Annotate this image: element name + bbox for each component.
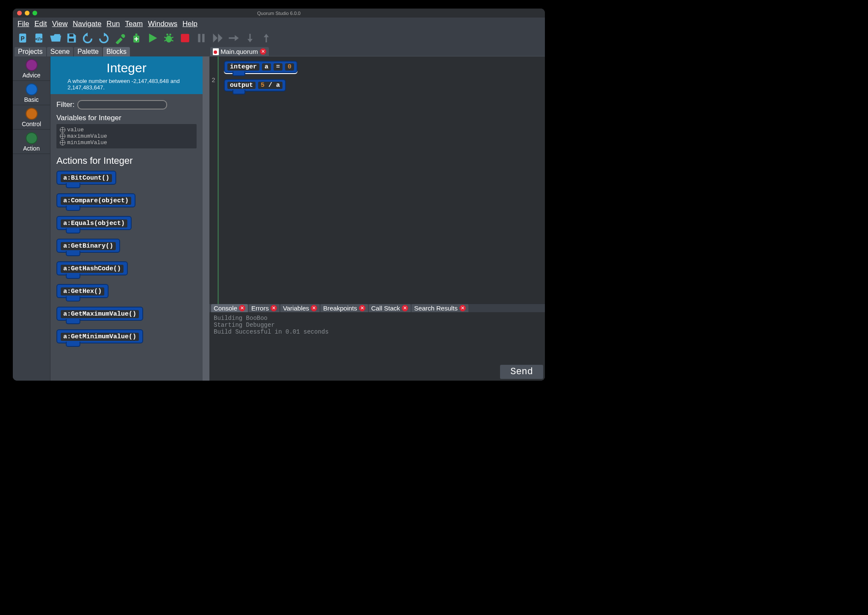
step-over-icon[interactable] [211,32,224,44]
close-icon[interactable]: ✕ [239,305,245,311]
palette-header: Integer A whole number between -2,147,48… [50,56,203,94]
bottom-tabs: Console✕ Errors✕ Variables✕ Breakpoints✕… [209,304,545,312]
variable-item[interactable]: maximumValue [60,133,193,139]
left-body: Advice Basic Control Action [13,56,209,381]
send-button[interactable]: Send [500,365,543,379]
close-tab-button[interactable]: ✕ [260,48,266,55]
save-icon[interactable] [65,32,78,44]
tab-console[interactable]: Console✕ [211,304,248,312]
code-block-output[interactable]: output 5 / a [224,79,286,92]
action-block[interactable]: a:Compare(object) [56,193,135,207]
variable-item[interactable]: minimumValue [60,139,193,146]
palette-title: Integer [59,61,194,75]
close-icon[interactable]: ✕ [402,305,408,311]
variable-name: value [67,127,84,133]
run-icon[interactable] [146,32,159,44]
category-label: Advice [14,72,49,79]
tab-blocks[interactable]: Blocks [103,47,130,56]
right-panel: Main.quorum ✕ 2 integer a = 0 [209,47,545,381]
editor-tab-main[interactable]: Main.quorum ✕ [210,47,269,56]
action-block[interactable]: a:GetMaximumValue() [56,307,143,321]
svg-rect-4 [69,38,74,41]
category-label: Action [14,145,49,152]
action-block[interactable]: a:GetHex() [56,284,109,298]
variables-heading: Variables for Integer [56,114,197,122]
action-label: a:GetBinary() [61,242,116,250]
editor-area[interactable]: 2 integer a = 0 output 5 / [209,56,545,304]
quorum-file-icon [213,48,219,55]
menu-navigate[interactable]: Navigate [71,19,103,29]
tab-projects[interactable]: Projects [15,47,46,56]
category-control[interactable]: Control [13,105,50,130]
menu-edit[interactable]: Edit [33,19,48,29]
open-icon[interactable] [49,32,62,44]
category-advice[interactable]: Advice [13,56,50,81]
build-icon[interactable] [114,32,127,44]
tab-callstack[interactable]: Call Stack✕ [369,304,411,312]
debug-icon[interactable] [162,32,175,44]
stop-icon[interactable] [179,32,191,44]
action-block[interactable]: a:GetHashCode() [56,261,128,275]
left-panel: Projects Scene Palette Blocks Advice Bas… [13,47,209,381]
tab-variables[interactable]: Variables✕ [280,304,320,312]
redo-icon[interactable] [97,32,110,44]
category-action[interactable]: Action [13,130,50,154]
editor-tabs: Main.quorum ✕ [209,47,545,56]
tab-scene[interactable]: Scene [47,47,73,56]
new-project-icon[interactable]: P [16,32,29,44]
step-out-icon[interactable] [244,32,256,44]
close-icon[interactable]: ✕ [359,305,365,311]
new-file-icon[interactable]: </> [32,32,45,44]
action-label: a:GetMaximumValue() [61,310,139,318]
category-label: Control [14,121,49,127]
action-label: a:BitCount() [61,174,112,182]
advice-color-icon [26,59,38,71]
svg-line-12 [165,40,167,41]
action-block[interactable]: a:GetMinimumValue() [56,329,143,343]
category-basic[interactable]: Basic [13,81,50,105]
action-label: a:GetHex() [61,287,104,296]
menu-run[interactable]: Run [105,19,121,29]
close-icon[interactable]: ✕ [271,305,277,311]
tab-label: Call Stack [371,305,400,312]
undo-icon[interactable] [81,32,94,44]
globe-icon [60,133,65,139]
close-icon[interactable]: ✕ [459,305,466,311]
svg-text:P: P [21,35,24,42]
filter-row: Filter: [56,100,197,109]
svg-rect-16 [181,34,189,42]
basic-color-icon [26,83,38,95]
action-block[interactable]: a:GetBinary() [56,239,120,253]
filter-input[interactable] [77,100,167,109]
menu-windows[interactable]: Windows [147,19,179,29]
code-canvas[interactable]: integer a = 0 output 5 / a [219,56,545,304]
tab-errors[interactable]: Errors✕ [249,304,280,312]
menu-file[interactable]: File [16,19,30,29]
step-into-icon[interactable] [227,32,240,44]
menu-view[interactable]: View [51,19,69,29]
close-icon[interactable]: ✕ [311,305,317,311]
action-block[interactable]: a:Equals(object) [56,216,132,230]
tab-label: Search Results [414,305,458,312]
globe-icon [60,127,65,133]
tab-label: Breakpoints [323,305,357,312]
svg-text:</>: </> [35,36,43,41]
code-block-declaration[interactable]: integer a = 0 [224,61,297,73]
actions-heading: Actions for Integer [56,155,197,166]
action-block[interactable]: a:BitCount() [56,171,116,185]
tab-breakpoints[interactable]: Breakpoints✕ [321,304,368,312]
variable-name: a [262,63,271,71]
palette-scrollbar[interactable] [203,56,209,381]
clean-icon[interactable]: + [130,32,143,44]
menu-team[interactable]: Team [124,19,144,29]
tab-search-results[interactable]: Search Results✕ [412,304,468,312]
action-label: a:GetMinimumValue() [61,333,139,341]
svg-rect-17 [198,34,200,42]
menu-help[interactable]: Help [181,19,199,29]
variable-item[interactable]: value [60,127,193,133]
pause-icon[interactable] [195,32,208,44]
svg-line-11 [171,37,174,38]
tab-palette[interactable]: Palette [74,47,102,56]
svg-line-10 [165,37,167,38]
continue-icon[interactable] [260,32,273,44]
